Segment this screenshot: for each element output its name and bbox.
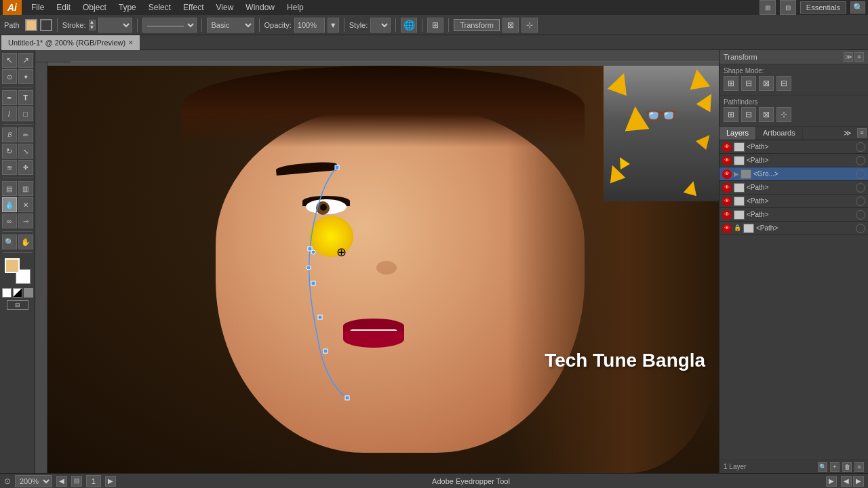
layer-item-3[interactable]: 👁 ▶ <Gro...> — [719, 167, 868, 181]
stroke-down[interactable]: ▼ — [89, 25, 96, 30]
tool-pen[interactable]: ✒ — [2, 90, 17, 105]
layer-vis-5[interactable] — [856, 197, 865, 206]
normal-mode-btn[interactable] — [2, 288, 12, 298]
tool-direct-select[interactable]: ↗ — [18, 53, 33, 68]
tool-pencil[interactable]: ✏ — [18, 127, 33, 142]
menu-help[interactable]: Help — [281, 1, 309, 14]
shape-mode-btn-4[interactable]: ⊟ — [776, 76, 791, 91]
tool-eyedropper[interactable]: 💧 — [2, 197, 17, 212]
align-btn[interactable]: ⊞ — [427, 18, 443, 33]
pathfinder-btn-1[interactable]: ⊞ — [724, 107, 738, 122]
tool-puppet-warp[interactable]: ✤ — [18, 160, 33, 175]
layer-vis-7[interactable] — [856, 224, 865, 233]
stroke-weight-select[interactable] — [98, 18, 132, 33]
layer-vis-4[interactable] — [856, 183, 865, 192]
layer-delete-btn[interactable]: 🗑 — [842, 462, 852, 472]
layers-menu-btn[interactable]: ≡ — [857, 128, 867, 138]
layer-eye-5[interactable]: 👁 — [722, 197, 732, 206]
layer-expand-arrow[interactable]: ▶ — [734, 170, 739, 178]
layer-eye-3[interactable]: 👁 — [722, 169, 732, 179]
pathfinder-btn-4[interactable]: ⊹ — [776, 107, 791, 122]
screen-mode-btn[interactable]: ⊞ — [760, 0, 776, 15]
arrange-btn[interactable]: ⊟ — [780, 0, 796, 15]
layer-item-2[interactable]: 👁 <Path> — [719, 154, 868, 167]
variable-btn[interactable]: ⊹ — [521, 18, 538, 33]
tool-type[interactable]: T — [18, 90, 33, 105]
tool-warp[interactable]: ≋ — [2, 160, 17, 175]
menu-file[interactable]: File — [26, 1, 50, 14]
layer-vis-1[interactable] — [856, 142, 865, 152]
layer-eye-1[interactable]: 👁 — [722, 142, 732, 152]
tool-blend[interactable]: ∞ — [2, 214, 17, 228]
layer-vis-6[interactable] — [856, 210, 865, 220]
shape-mode-btn-3[interactable]: ⊠ — [759, 76, 774, 91]
layer-item-7[interactable]: 👁 🔒 <Path> — [719, 222, 868, 235]
menu-select[interactable]: Select — [143, 1, 176, 14]
scroll-left-btn[interactable]: ◀ — [841, 476, 852, 487]
panel-expand-btn[interactable]: ≫ — [844, 52, 853, 62]
transform-btn[interactable]: Transform — [454, 19, 500, 31]
page-number-input[interactable]: 1 — [86, 475, 101, 487]
opacity-input[interactable]: 100% — [294, 18, 325, 33]
draw-mode-btn[interactable] — [13, 288, 22, 298]
stroke-swatch[interactable] — [40, 19, 52, 31]
layer-eye-6[interactable]: 👁 — [722, 210, 732, 220]
tool-slice[interactable]: ⊸ — [18, 214, 33, 228]
zoom-selector[interactable]: 200% — [15, 475, 52, 487]
style-select[interactable] — [370, 18, 391, 33]
fill-color-box[interactable] — [5, 258, 20, 273]
tool-paintbrush[interactable]: 𝓑 — [2, 127, 17, 142]
pathfinder-btn-3[interactable]: ⊠ — [759, 107, 774, 122]
brush-select[interactable]: Basic — [207, 18, 254, 33]
tool-hand[interactable]: ✋ — [18, 235, 33, 249]
stroke-style-select[interactable]: —————— — [142, 18, 197, 33]
menu-object[interactable]: Object — [77, 1, 112, 14]
status-icon-left[interactable]: ⊙ — [4, 476, 11, 486]
mask-mode-btn[interactable] — [24, 288, 33, 298]
artboards-tab[interactable]: Artboards — [756, 127, 803, 140]
layer-search-btn[interactable]: 🔍 — [818, 462, 827, 472]
menu-edit[interactable]: Edit — [51, 1, 76, 14]
tool-rotate[interactable]: ↻ — [2, 144, 17, 159]
panel-menu-btn[interactable]: ≡ — [854, 52, 864, 62]
layer-vis-3[interactable] — [856, 169, 865, 179]
doc-tab-close[interactable]: × — [128, 38, 133, 47]
opacity-arrow[interactable]: ▼ — [328, 18, 339, 33]
menu-type[interactable]: Type — [113, 1, 142, 14]
doc-tab[interactable]: Untitled-1* @ 200% (RGB/Preview) × — [1, 35, 140, 50]
menu-window[interactable]: Window — [240, 1, 280, 14]
menu-effect[interactable]: Effect — [178, 1, 209, 14]
envelope-btn[interactable]: ⊠ — [502, 18, 519, 33]
tool-scale[interactable]: ⤡ — [18, 144, 33, 159]
tool-rect[interactable]: □ — [18, 106, 33, 121]
play-btn[interactable]: ▶ — [826, 476, 837, 487]
tool-lasso[interactable]: ⊙ — [2, 69, 17, 84]
layer-eye-7[interactable]: 👁 — [722, 224, 732, 233]
layer-item-4[interactable]: 👁 <Path> — [719, 181, 868, 195]
shape-mode-btn-2[interactable]: ⊟ — [741, 76, 756, 91]
tool-select[interactable]: ↖ — [2, 53, 17, 68]
layer-item-1[interactable]: 👁 <Path> — [719, 140, 868, 154]
tool-magic-wand[interactable]: ✦ — [18, 69, 33, 84]
nav-prev-btn[interactable]: ◀ — [56, 476, 67, 487]
layer-menu-btn[interactable]: ≡ — [854, 462, 864, 472]
fill-btn[interactable] — [25, 19, 37, 31]
layers-tab-expand[interactable]: ≫ — [840, 127, 856, 140]
layer-add-btn[interactable]: + — [830, 462, 840, 472]
canvas-document[interactable]: ⊕ Tech Tune Bangla 👓 — [47, 66, 719, 473]
search-btn[interactable]: 🔍 — [850, 1, 865, 14]
screen-mode-btn-bottom[interactable]: ⊟ — [7, 300, 28, 310]
scroll-right-btn[interactable]: ▶ — [853, 476, 864, 487]
tool-column-graph[interactable]: ▤ — [2, 181, 17, 196]
layer-item-5[interactable]: 👁 <Path> — [719, 195, 868, 208]
menu-view[interactable]: View — [211, 1, 239, 14]
stroke-arrows[interactable]: ▲ ▼ — [89, 20, 96, 30]
tool-line[interactable]: / — [2, 106, 17, 121]
pathfinder-btn-2[interactable]: ⊟ — [741, 107, 756, 122]
workspace-selector[interactable]: Essentials — [800, 1, 846, 14]
layer-eye-4[interactable]: 👁 — [722, 183, 732, 192]
layer-vis-2[interactable] — [856, 156, 865, 165]
shape-mode-btn-1[interactable]: ⊞ — [724, 76, 738, 91]
layer-item-6[interactable]: 👁 <Path> — [719, 208, 868, 222]
canvas-area[interactable]: ⊕ Tech Tune Bangla 👓 — [35, 50, 719, 473]
